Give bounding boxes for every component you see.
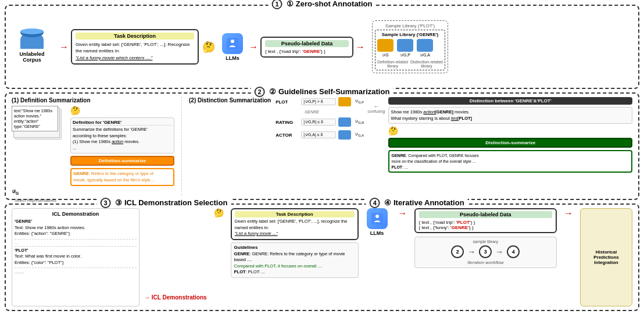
sample-library-section: Sample Library ('PLOT') Sample Library (… [372, 20, 448, 73]
def-for-box: Definition for 'GENRE' Summarize the def… [70, 117, 174, 153]
svg-point-3 [375, 215, 379, 218]
def-for-text: Summarize the definitions for 'GENRE'acc… [73, 127, 172, 151]
dg-cylinder-wrap: 𝒟G [377, 39, 393, 58]
workflow-box: sample library 2 → 3 → 4 Iteration workf… [414, 237, 557, 268]
iter-task-text: Given entity label set: ['GENRE', 'PLOT'… [235, 219, 355, 237]
dist-actor-row: ACTOR |𝒟G,A| ≤ δ 𝒟G,A [276, 130, 364, 140]
sample-lib-inner-label: Sample Library ('GENRE') [377, 32, 443, 37]
def-related-label: Definition-relatedlibrary [377, 60, 408, 68]
def-sum-content: text:"Show me 1980saction movies."entity… [12, 106, 174, 195]
icl-plot-entry: 'PLOT' Text: What was first movie in col… [15, 248, 137, 266]
iter-task-col: Task Description Given entity label set:… [231, 208, 359, 306]
genre-mid-label: GENRE [305, 110, 364, 114]
plot-label: PLOT [276, 99, 299, 105]
svg-point-1 [231, 40, 234, 43]
dist-right-panel: Distinction between 'GENRE'&'PLOT' Show … [388, 97, 632, 195]
def-sum-title: (1) Definition Summarization [12, 97, 174, 103]
task-desc-italic: "List a funny movie which centers ...." [76, 55, 152, 60]
wf-node-3: 3 [479, 245, 492, 258]
guidelines-label: 2 ② Guidelines Self-Summarization [251, 87, 393, 97]
wf-arrow-2: → [495, 247, 503, 256]
dgr-label: 𝒟G,R [355, 119, 364, 124]
corpus-label: UnlabeledCorpus [19, 51, 44, 63]
historical-predictions-box: Historical Predictions Integration [580, 208, 632, 306]
arrow-iter: → [398, 208, 407, 306]
pseudo-text: { text , {'road trip': 'GENRE'} } [265, 49, 349, 54]
iter-right-panel: Pseudo-labeled Data { text , {'road trip… [414, 208, 557, 306]
rating-db [338, 117, 351, 127]
unlabeled-corpus: UnlabeledCorpus [12, 31, 52, 63]
def-right-panel: 🤔 Definition for 'GENRE' Summarize the d… [70, 106, 174, 195]
arrow-1: → [59, 42, 69, 52]
icl-section-label: 3 ③ ICL Demonstration Selection [97, 198, 231, 208]
dist-ex-2: What mystery starring is about lies[PLOT… [391, 116, 630, 122]
actor-db [338, 130, 351, 140]
zero-shot-section: 1 ① Zero-shot Annotation UnlabeledCorpus… [5, 5, 639, 89]
dga-label2: 𝒟G,A [355, 132, 364, 137]
dist-rating-row: RATING |𝒟G,R| ≤ δ 𝒟G,R [276, 117, 364, 127]
dist-related-label: Distinction-relatedlibrary [410, 60, 443, 68]
guidelines-box: Guidelines GENRE: GENRE: Refers to the c… [231, 242, 359, 278]
dist-sum-title: (2) Distinction Summarization [189, 97, 271, 193]
circle-3: 3 [101, 198, 111, 208]
llms-icon [222, 33, 243, 54]
actor-formula: |𝒟G,A| ≤ δ [301, 131, 336, 138]
guidelines-section: 2 ② Guidelines Self-Summarization (1) De… [5, 92, 639, 200]
icl-divider-3 [15, 267, 137, 268]
confusing-label: confusing [368, 109, 385, 113]
pseudo-iter-text1: { text , {'road trip': 'PLOT'} } [419, 220, 552, 225]
section-divider [181, 97, 182, 195]
rating-label: RATING [276, 120, 299, 125]
circle-4: 4 [370, 198, 380, 208]
wf-caption: Iteration workflow [467, 260, 503, 265]
dg-cylinder [377, 39, 393, 52]
main-container: 1 ① Zero-shot Annotation UnlabeledCorpus… [0, 0, 644, 332]
dg-label: 𝒟G [382, 53, 388, 58]
doc-card: text:"Show me 1980saction movies."entity… [12, 106, 58, 131]
arrow-3: → [356, 42, 365, 52]
wf-arrow-1: → [467, 247, 475, 256]
icl-box: ICL Demonstration 'GENRE' Text: Show me … [12, 208, 139, 306]
def-sum-button[interactable]: Definition-summarize [70, 156, 174, 166]
sample-lib-inner: Sample Library ('GENRE') 𝒟G 𝒟G,P 𝒟 [375, 30, 445, 70]
iter-task-italic: "List a funny movie ..." [235, 231, 278, 236]
def-for-title: Definition for 'GENRE' [73, 120, 172, 126]
llms-label: LLMs [226, 55, 239, 61]
dist-plot-row: PLOT |𝒟G,P| > δ 𝒟G,P [276, 97, 364, 106]
plot-formula: |𝒟G,P| > δ [301, 98, 336, 105]
pseudo-iter-title: Pseudo-labeled Data [419, 211, 552, 218]
circle-2: 2 [255, 87, 265, 97]
dist-result-box: GENRE: Compared with PLOT, GENRE focuses… [388, 150, 632, 173]
corpus-cylinder [20, 31, 44, 49]
emoji-dist: 🤔 [388, 126, 632, 135]
llms-label-iter: LLMs [370, 230, 384, 236]
arrow-hist: → [564, 208, 573, 306]
icl-dots-1: ... [15, 241, 137, 245]
wf-node-4: 4 [507, 245, 520, 258]
dist-ex-1: Show me 1980s action[GENRE] movies. [391, 109, 630, 116]
dgp-cylinder [397, 39, 413, 52]
dga-cylinder-wrap: 𝒟G,A [417, 39, 433, 58]
pseudo-iter-text2: { text , {'funny': 'GENRE'} } [419, 225, 552, 230]
icl-genre-entry: 'GENRE' Text: Show me 1980s action movie… [15, 219, 137, 237]
guidelines-text: GENRE: GENRE: Refers to the category or … [234, 251, 355, 276]
iter-section-label: 4 ④ Iterative Annotation [366, 198, 468, 208]
arrow-2: → [249, 42, 258, 52]
wf-node-2: 2 [451, 245, 464, 258]
icl-divider-2 [15, 246, 137, 247]
pseudo-iter-box: Pseudo-labeled Data { text , {'road trip… [414, 208, 557, 233]
rating-formula: |𝒟G,R| ≤ δ [301, 119, 336, 126]
icl-arrow-label: → ICL Demonstrations [144, 294, 207, 301]
circle-1: 1 [272, 0, 282, 9]
dist-examples: Show me 1980s action[GENRE] movies. What… [388, 107, 632, 124]
dga-label: 𝒟G,A [420, 53, 430, 58]
actor-label: ACTOR [276, 133, 299, 138]
dist-sum-col: (2) Distinction Summarization PLOT |𝒟G,P… [189, 97, 632, 195]
emoji-iter: 🤔 [214, 208, 224, 306]
icl-divider-1 [15, 239, 137, 240]
llms-box-iter: LLMs [367, 208, 388, 306]
task-desc-text: Given entity label set: ['GENRE', 'PLOT'… [76, 41, 194, 61]
workflow-nodes: 2 → 3 → 4 [451, 245, 520, 258]
iter-task-box: Task Description Given entity label set:… [231, 208, 359, 240]
dist-sum-button[interactable]: Distinction-summarize [388, 138, 632, 148]
